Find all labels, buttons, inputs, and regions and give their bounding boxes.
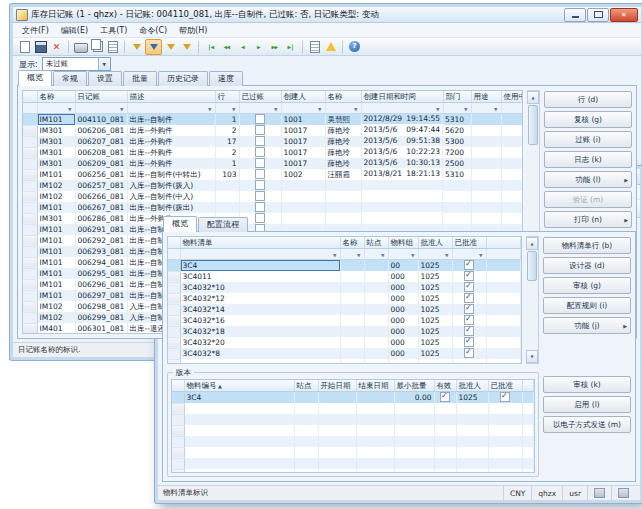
cell[interactable]: IM101 — [37, 246, 75, 257]
cell[interactable]: 3C4011 — [180, 271, 340, 282]
cell[interactable]: IM102 — [37, 191, 75, 202]
table-row[interactable]: IM301006208_081出库--外购件210017薛艳玲2013/5/61… — [23, 147, 523, 158]
row-selector[interactable] — [168, 337, 180, 348]
table-row[interactable]: 3C4032*160001025 — [168, 315, 521, 326]
cell[interactable]: IM301 — [37, 213, 75, 224]
row-selector[interactable] — [23, 213, 37, 224]
cell[interactable]: 3C4032*10 — [180, 282, 340, 293]
column-header[interactable]: 已过账 — [239, 91, 281, 103]
save-icon[interactable] — [33, 40, 48, 54]
checkbox[interactable] — [255, 136, 265, 146]
row-selector[interactable] — [23, 257, 37, 268]
cell[interactable] — [318, 436, 356, 447]
cell[interactable] — [501, 180, 523, 191]
cell[interactable]: 006296_081 — [75, 279, 127, 290]
column-header[interactable]: 使用中 — [501, 91, 523, 103]
cell[interactable]: 出库--外购件 — [127, 147, 215, 158]
cell[interactable]: 006295_081 — [75, 268, 127, 279]
cell[interactable]: 000 — [388, 337, 418, 348]
session-icon[interactable] — [611, 486, 635, 500]
cell[interactable] — [452, 271, 486, 282]
cell[interactable]: IM101 — [37, 279, 75, 290]
cell[interactable]: 006286_081 — [75, 213, 127, 224]
cell[interactable] — [394, 447, 434, 458]
cell[interactable] — [281, 180, 325, 191]
cell[interactable] — [434, 392, 456, 404]
cell[interactable]: 入库--自制件(拨入) — [127, 180, 215, 191]
enable-button[interactable]: 启用 (l) — [543, 396, 631, 413]
cell[interactable] — [362, 202, 444, 212]
column-header[interactable]: 有效 — [434, 380, 456, 392]
cell[interactable] — [486, 260, 521, 272]
filter-icon[interactable] — [129, 40, 144, 54]
scroll-thumb[interactable] — [527, 251, 537, 281]
cell[interactable] — [471, 147, 501, 158]
column-header[interactable]: 物料编号 — [184, 380, 294, 392]
close-icon[interactable] — [610, 8, 638, 22]
send-electronically-button[interactable]: 以电子方式发送 (m) — [543, 416, 631, 433]
cell[interactable] — [456, 436, 488, 447]
row-selector[interactable] — [23, 202, 37, 213]
scroll-down-icon[interactable] — [526, 350, 538, 363]
cell[interactable] — [294, 403, 318, 414]
cell[interactable] — [340, 315, 364, 326]
cell[interactable]: 006256_081 — [75, 169, 127, 180]
cell[interactable]: 006297_081 — [75, 290, 127, 301]
cell[interactable] — [488, 447, 522, 458]
row-selector[interactable] — [172, 447, 184, 458]
cell[interactable] — [184, 403, 294, 414]
cell[interactable] — [394, 414, 434, 425]
first-record-icon[interactable]: |◀ — [203, 40, 218, 54]
cell[interactable]: 000 — [388, 315, 418, 326]
cell[interactable] — [239, 191, 281, 202]
checkbox[interactable] — [500, 392, 510, 402]
checkbox[interactable] — [255, 125, 265, 135]
cell[interactable] — [318, 403, 356, 414]
cell[interactable]: 5300 — [443, 136, 471, 147]
cell[interactable] — [486, 337, 521, 348]
cell[interactable]: 006257_081 — [75, 180, 127, 191]
tab-1[interactable]: 配置流程 — [198, 217, 248, 232]
cell[interactable]: 5310 — [443, 114, 471, 126]
cell[interactable] — [486, 348, 521, 359]
cell[interactable]: 出库--外购件 — [127, 125, 215, 136]
cell[interactable] — [340, 260, 364, 272]
cell[interactable]: 000 — [388, 293, 418, 304]
checkbox[interactable] — [255, 169, 265, 179]
table-row[interactable] — [172, 414, 534, 425]
table-row[interactable]: 3C4001025 — [168, 260, 521, 272]
cell[interactable] — [364, 293, 388, 304]
cell[interactable] — [318, 458, 356, 469]
table-row[interactable] — [172, 447, 534, 458]
column-header[interactable]: 站点 — [294, 380, 318, 392]
cell[interactable]: 2013/8/2118:21:13 — [362, 169, 444, 179]
cell[interactable] — [356, 458, 394, 469]
menu-item[interactable]: 命令(C) — [134, 25, 172, 36]
checkbox[interactable] — [464, 348, 474, 358]
filter-cell[interactable] — [180, 249, 340, 260]
row-selector[interactable] — [172, 414, 184, 425]
cell[interactable] — [294, 414, 318, 425]
column-header[interactable]: 用途 — [471, 91, 501, 103]
cell[interactable]: 006209_081 — [75, 158, 127, 169]
cell[interactable]: IM101 — [37, 169, 75, 180]
cell[interactable]: 2013/5/609:47:44 — [362, 125, 444, 135]
cell[interactable]: 103 — [215, 169, 239, 180]
table-row[interactable] — [172, 458, 534, 469]
cell[interactable]: 1 — [215, 158, 239, 169]
print-icon[interactable] — [73, 40, 88, 54]
filter-maintain-icon[interactable] — [163, 40, 178, 54]
cell[interactable] — [434, 403, 456, 414]
log-button[interactable]: 日志 (k) — [544, 151, 632, 168]
menu-item[interactable]: 工具(T) — [95, 25, 132, 36]
column-header[interactable]: 名称 — [340, 237, 364, 249]
table-row[interactable]: IM102006257_081入库--自制件(拨入) — [23, 180, 523, 191]
checkbox[interactable] — [255, 180, 265, 190]
cell[interactable]: 006298_081 — [75, 301, 127, 312]
table-row[interactable] — [172, 425, 534, 436]
row-selector[interactable] — [23, 279, 37, 290]
cell[interactable] — [443, 202, 471, 213]
row-selector[interactable] — [23, 290, 37, 301]
cell[interactable] — [471, 114, 501, 126]
cell[interactable]: 006208_081 — [75, 147, 127, 158]
